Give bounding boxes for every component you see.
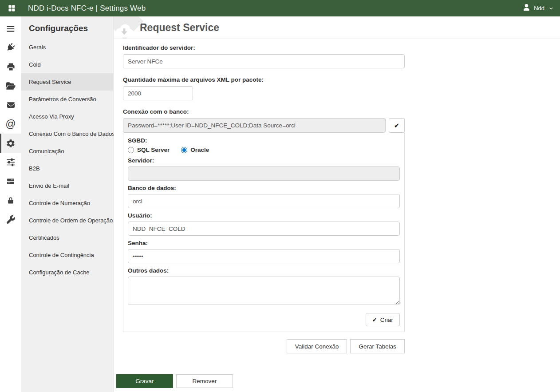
sidebar-item-configuracao-cache[interactable]: Configuração de Cache	[21, 264, 113, 281]
sidebar-item-envio-email[interactable]: Envio de E-mail	[21, 177, 113, 194]
user-name: Ndd	[534, 5, 544, 12]
radio-sql-server-label: SQL Server	[137, 147, 170, 153]
icon-rail: @	[0, 16, 21, 392]
at-icon[interactable]: @	[0, 115, 21, 134]
sidebar-item-controle-contingencia[interactable]: Controle de Contingência	[21, 246, 113, 264]
radio-oracle-circle[interactable]	[181, 147, 187, 153]
gerar-tabelas-button[interactable]: Gerar Tabelas	[350, 339, 405, 353]
chevron-down-icon	[548, 4, 554, 12]
menu-title: Configurações	[29, 24, 113, 33]
radio-sql-server-circle[interactable]	[128, 147, 134, 153]
page-title: Request Service	[140, 22, 219, 34]
connection-toggle-button[interactable]: ✔	[389, 118, 405, 133]
validar-conexao-button[interactable]: Validar Conexão	[287, 339, 347, 353]
password-label: Senha:	[128, 240, 400, 246]
menu-icon[interactable]	[0, 19, 21, 38]
server-id-input[interactable]	[123, 54, 405, 68]
max-xml-label: Quantidade máxima de arquivos XML por pa…	[123, 76, 405, 83]
sidebar-item-parametros-conversao[interactable]: Parâmetros de Conversão	[21, 91, 113, 108]
criar-button-label: Criar	[380, 317, 393, 323]
other-data-textarea[interactable]	[128, 277, 400, 305]
grid-icon[interactable]	[8, 4, 16, 12]
connection-label: Conexão com o banco:	[123, 108, 405, 115]
sidebar-item-conexao-banco[interactable]: Conexão Com o Banco de Dados	[21, 125, 113, 143]
sidebar-item-comunicacao[interactable]: Comunicação	[21, 143, 113, 160]
user-input[interactable]	[128, 222, 400, 236]
server-icon[interactable]	[0, 172, 21, 191]
other-data-label: Outros dados:	[128, 267, 400, 274]
servidor-input	[128, 166, 400, 181]
sidebar-item-controle-numeracao[interactable]: Controle de Numeração	[21, 194, 113, 212]
connection-string-input	[123, 118, 386, 133]
gear-icon[interactable]	[0, 134, 21, 153]
radio-sql-server[interactable]: SQL Server	[128, 147, 170, 153]
sidebar-item-b2b[interactable]: B2B	[21, 160, 113, 177]
database-label: Banco de dados:	[128, 185, 400, 191]
sidebar-item-gerais[interactable]: Gerais	[21, 39, 113, 56]
radio-oracle[interactable]: Oracle	[181, 147, 209, 153]
password-input[interactable]	[128, 249, 400, 263]
page-header: Request Service	[114, 16, 560, 39]
request-service-form: Identificador do servidor: Quantidade má…	[123, 44, 405, 332]
user-label: Usuário:	[128, 212, 400, 219]
servidor-label: Servidor:	[128, 157, 400, 164]
user-menu[interactable]: Ndd	[523, 4, 554, 12]
printer-icon[interactable]	[0, 57, 21, 76]
server-id-label: Identificador do servidor:	[123, 44, 405, 51]
plug-icon[interactable]	[0, 38, 21, 57]
sidebar-item-request-service[interactable]: Request Service	[21, 73, 113, 91]
mail-icon[interactable]	[0, 95, 21, 115]
app-title: NDD i-Docs NFC-e | Settings Web	[28, 4, 146, 13]
sgbd-label: SGBD:	[128, 137, 400, 144]
settings-menu: Configurações Gerais Cold Request Servic…	[21, 16, 114, 392]
max-xml-input[interactable]	[123, 86, 193, 100]
gravar-button[interactable]: Gravar	[116, 374, 173, 388]
criar-button[interactable]: ✔ Criar	[366, 313, 400, 326]
bottom-actions: Gravar Remover	[116, 374, 233, 388]
sidebar-item-certificados[interactable]: Certificados	[21, 229, 113, 246]
main-content: Request Service Identificador do servido…	[114, 16, 560, 392]
sidebar-item-acesso-proxy[interactable]: Acesso Via Proxy	[21, 108, 113, 125]
cloud-download-icon	[114, 24, 134, 39]
user-icon	[523, 4, 530, 12]
radio-oracle-label: Oracle	[190, 147, 209, 153]
check-icon: ✔	[372, 317, 377, 323]
sidebar-item-controle-ordem-operacao[interactable]: Controle de Ordem de Operação	[21, 212, 113, 229]
topbar: NDD i-Docs NFC-e | Settings Web Ndd	[0, 0, 560, 16]
connection-panel: SGBD: SQL Server Oracle Servidor: Banco …	[123, 133, 405, 332]
lock-icon[interactable]	[0, 191, 21, 210]
database-input[interactable]	[128, 194, 400, 208]
wrench-icon[interactable]	[0, 210, 21, 229]
remover-button[interactable]: Remover	[176, 374, 233, 388]
sidebar-item-cold[interactable]: Cold	[21, 56, 113, 73]
folder-open-icon[interactable]	[0, 76, 21, 95]
sliders-icon[interactable]	[0, 153, 21, 172]
